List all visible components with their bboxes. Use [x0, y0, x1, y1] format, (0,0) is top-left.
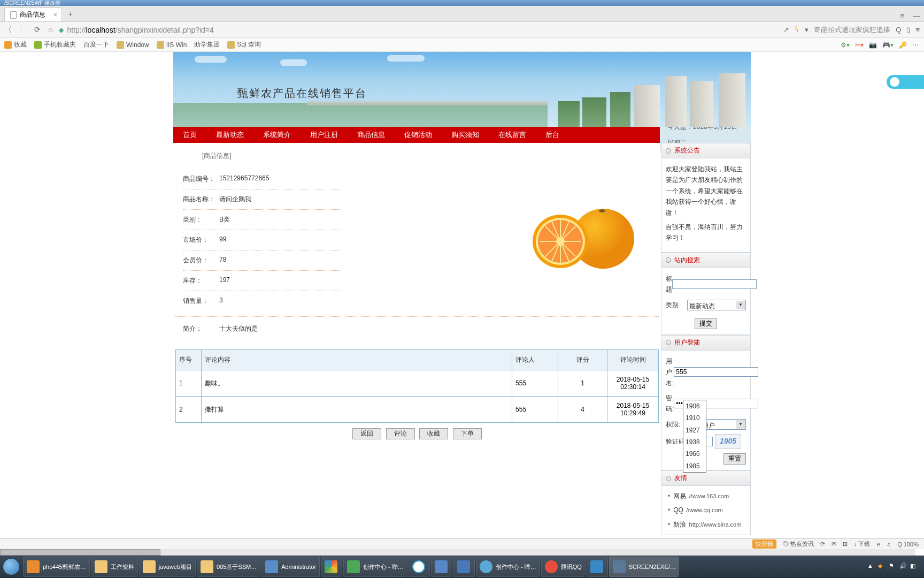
nav-notice[interactable]: 购买须知 [442, 127, 489, 143]
taskbar-item[interactable]: SCREEN2EXE/… [609, 557, 679, 577]
lightning-icon[interactable]: ϟ [795, 26, 799, 34]
status-item[interactable]: ⟳ [820, 541, 825, 547]
status-item[interactable]: ✉ [831, 541, 836, 547]
float-widget[interactable] [887, 75, 924, 89]
dropdown-icon[interactable]: ▾ [805, 26, 808, 34]
status-item[interactable]: ↓ 下载 [854, 540, 871, 548]
field-row: 会员价：78 [183, 250, 343, 271]
link-item[interactable]: 新浪 http://www.sina.com [668, 518, 746, 531]
url-input[interactable]: ◆ http://localhost/shangpinxinxidetail.p… [59, 26, 777, 34]
share-icon[interactable]: ↗ [783, 26, 789, 34]
search-submit-button[interactable]: 提交 [695, 318, 717, 329]
window-minimize-icon[interactable]: — [913, 12, 920, 20]
taskbar-item[interactable] [431, 557, 452, 577]
taskbar-item[interactable]: 腾讯QQ [541, 557, 586, 577]
comment-button[interactable]: 评论 [386, 428, 415, 439]
status-item[interactable]: ℮ [876, 541, 880, 547]
start-button[interactable] [0, 556, 22, 578]
browser-tab[interactable]: 商品信息 × [4, 7, 62, 21]
taskbar-item[interactable]: 创作中心 - 哔… [343, 557, 407, 577]
search-title-input[interactable] [672, 279, 757, 289]
status-item[interactable]: Q 100% [897, 541, 919, 547]
order-button[interactable]: 下单 [453, 428, 482, 439]
folder-icon [201, 560, 213, 573]
windows-icon [3, 559, 19, 575]
horizontal-scrollbar[interactable] [0, 549, 915, 556]
login-title: 用户登陆 [674, 338, 700, 347]
ext-icon[interactable]: 🎮▾ [882, 41, 894, 49]
nav-about[interactable]: 系统简介 [253, 127, 301, 143]
taskbar-item[interactable]: 创作中心 - 哔… [476, 557, 540, 577]
ext-icon[interactable]: ⋯ [912, 41, 919, 49]
back-button[interactable]: 返回 [352, 428, 381, 439]
field-row: 市场价：99 [183, 230, 343, 250]
taskbar-item[interactable] [587, 557, 608, 577]
nav-home-icon[interactable]: ⌂ [48, 25, 52, 35]
taskbar-item[interactable] [321, 557, 342, 577]
taskbar-item[interactable]: 005基于SSM… [197, 557, 260, 577]
autocomplete-item[interactable]: 1985 [683, 460, 706, 472]
window-menu-icon[interactable]: ≡ [900, 12, 904, 20]
window-controls: ≡ — [900, 12, 920, 20]
nav-home[interactable]: 首页 [173, 127, 206, 143]
username-input[interactable] [674, 367, 758, 377]
scrollbar-thumb[interactable] [0, 549, 160, 556]
bookmark-item[interactable]: Sql 查询 [227, 40, 261, 49]
nav-message[interactable]: 在线留言 [489, 127, 536, 143]
bookmark-item[interactable]: 收藏 [4, 40, 27, 49]
nav-news[interactable]: 最新动态 [206, 127, 253, 143]
reset-button[interactable]: 重置 [723, 453, 746, 465]
ext-icon[interactable]: ⚙︎▾ [841, 41, 850, 49]
taskbar-item[interactable]: 工作资料 [91, 557, 138, 577]
ext-icon[interactable]: ✂︎▾ [855, 41, 864, 49]
bookmark-item[interactable]: 百度一下 [83, 40, 109, 49]
nav-admin[interactable]: 后台 [536, 127, 569, 143]
search-hint[interactable]: 奇葩招式遭玩家疯狂追捧 [814, 25, 890, 35]
volume-icon[interactable]: 🔊 [899, 562, 908, 571]
nav-products[interactable]: 商品信息 [348, 127, 395, 143]
announce-text: 自强不息，海纳百川，努力学习！ [666, 222, 746, 244]
menu-icon[interactable]: ≡ [915, 26, 920, 34]
nav-back-icon[interactable]: 〈 [4, 25, 12, 35]
product-fields: 商品编号：15212965772665 商品名称：请问企鹅我 类别：B类 市场价… [183, 169, 512, 311]
new-tab-button[interactable]: + [65, 9, 76, 19]
bookmark-item[interactable]: IIS Win [157, 41, 187, 49]
ext-icon[interactable]: 🔑 [899, 41, 907, 49]
taskbar-item[interactable] [453, 557, 475, 577]
tray-icon[interactable]: ◆ [878, 562, 887, 571]
bookmark-item[interactable]: 助学集团 [194, 40, 220, 49]
bookmark-item[interactable]: 手机收藏夹 [34, 40, 76, 49]
status-item[interactable]: ⊞ [843, 541, 848, 547]
tab-close-icon[interactable]: × [53, 11, 57, 19]
taskbar-item[interactable] [409, 557, 430, 577]
status-item[interactable]: ♫ [887, 541, 891, 547]
tray-icon[interactable]: ⚑ [889, 562, 897, 571]
tray-icon[interactable]: ▲ [867, 562, 876, 571]
search-category-select[interactable]: 最新动态▼ [687, 300, 746, 310]
link-item[interactable]: 网易 //www.163.com [668, 489, 746, 503]
taskbar-item[interactable]: javaweb项目 [139, 557, 196, 577]
bullet-icon: ○ [666, 476, 671, 481]
bookmark-item[interactable]: Window [117, 41, 149, 49]
status-item[interactable]: 快剪辑 [752, 539, 776, 549]
ext-icon[interactable]: 📷 [869, 41, 877, 49]
bullet-icon: ○ [666, 148, 671, 154]
status-item[interactable]: ◎ 热点资讯 [783, 540, 814, 548]
link-item[interactable]: QQ //www.qq.com [668, 503, 746, 517]
autocomplete-item[interactable]: 1927 [683, 424, 706, 436]
nav-forward-icon[interactable]: 〉 [19, 25, 27, 35]
search-icon[interactable]: Q [896, 26, 901, 34]
nav-reload-icon[interactable]: ⟳ [34, 25, 41, 35]
taskbar-item[interactable]: php445甄鲜农… [23, 557, 90, 577]
mobile-icon[interactable]: ▯ [906, 26, 910, 34]
autocomplete-item[interactable]: 1938 [683, 436, 706, 448]
taskbar-item[interactable]: Administrator [261, 557, 320, 577]
tray-icon[interactable]: ◧ [910, 562, 919, 571]
autocomplete-item[interactable]: 1966 [683, 448, 706, 460]
favorite-button[interactable]: 收藏 [419, 428, 448, 439]
field-row: 销售量：3 [183, 291, 343, 311]
autocomplete-item[interactable]: 1910 [683, 412, 706, 424]
nav-register[interactable]: 用户注册 [301, 127, 348, 143]
autocomplete-item[interactable]: 1906 [683, 400, 706, 412]
nav-promo[interactable]: 促销活动 [395, 127, 442, 143]
